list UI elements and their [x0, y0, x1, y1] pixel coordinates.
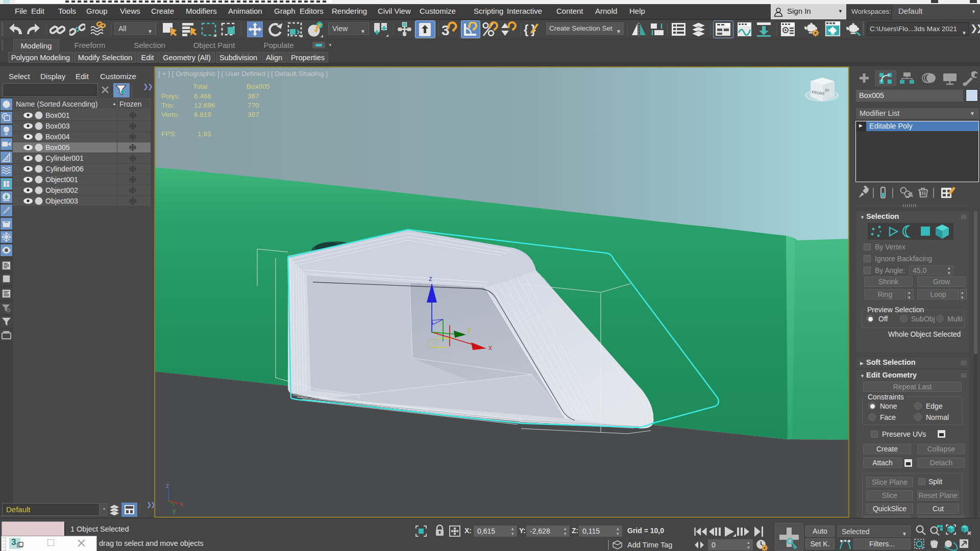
svg-text:FPS:: FPS:	[161, 130, 177, 138]
svg-text:Polys:: Polys:	[161, 92, 180, 100]
svg-text:y: y	[468, 325, 471, 334]
svg-text:Total: Total	[193, 83, 208, 90]
svg-text:12.696: 12.696	[194, 102, 215, 109]
svg-text:Tris:: Tris:	[161, 102, 175, 109]
svg-text:RI: RI	[825, 88, 829, 93]
svg-text:6.819: 6.819	[194, 111, 211, 118]
svg-text:z: z	[166, 482, 169, 489]
svg-text:Box005: Box005	[247, 83, 270, 90]
svg-text:387: 387	[248, 111, 259, 118]
svg-text:Verts:: Verts:	[161, 111, 179, 118]
svg-text:6.466: 6.466	[194, 92, 211, 100]
svg-text:[ + ] [ Orthographic ] [ User: [ + ] [ Orthographic ] [ User Defined ] …	[158, 70, 328, 78]
svg-text:1,93: 1,93	[198, 130, 211, 138]
svg-text:770: 770	[248, 102, 259, 109]
svg-text:367: 367	[248, 92, 259, 100]
svg-text:z: z	[429, 274, 432, 283]
svg-text:y: y	[173, 507, 176, 514]
svg-text:x: x	[488, 343, 492, 352]
svg-text:x: x	[180, 500, 183, 508]
